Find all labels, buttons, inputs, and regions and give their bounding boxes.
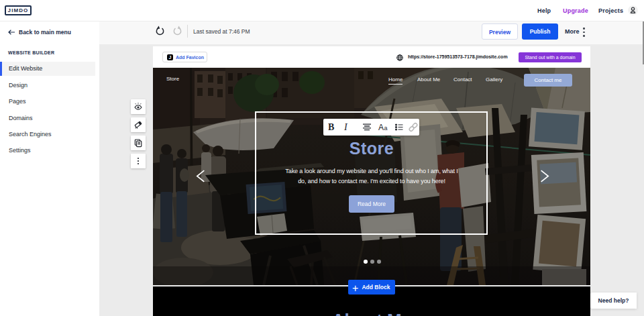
svg-text:A: A bbox=[378, 123, 384, 132]
svg-text:I: I bbox=[343, 122, 348, 132]
svg-text:B: B bbox=[328, 122, 334, 132]
svg-text:a: a bbox=[384, 125, 388, 131]
